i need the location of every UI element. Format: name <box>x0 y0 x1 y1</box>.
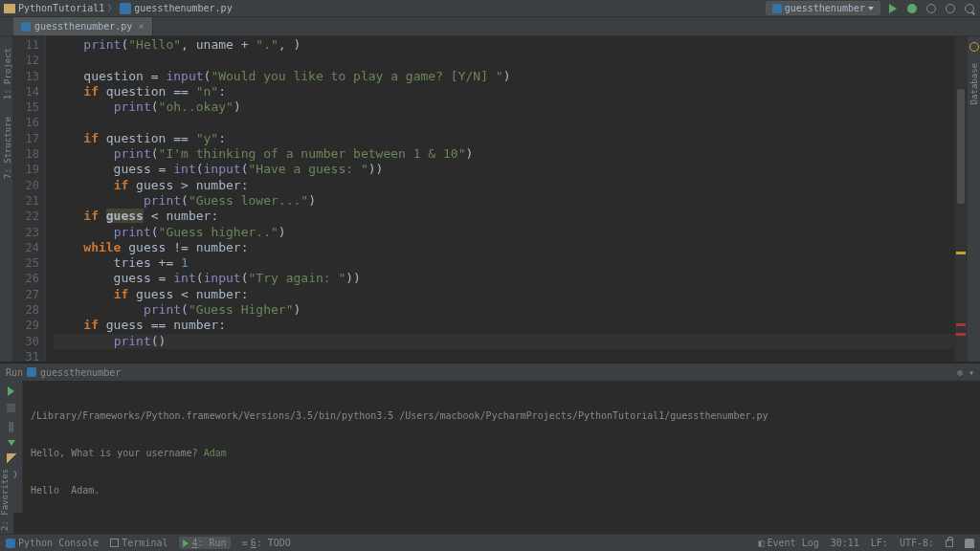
code-line[interactable]: if guess < number: <box>54 287 955 302</box>
hector-icon[interactable] <box>965 539 974 548</box>
line-gutter: 1112131415161718192021222324252627282930… <box>13 36 46 362</box>
tab-label: guessthenumber.py <box>34 21 132 32</box>
code-line[interactable] <box>54 53 955 68</box>
output-path: /Library/Frameworks/Python.framework/Ver… <box>31 409 972 422</box>
run-tool-window: Run guessthenumber ✻ ▾ ‖ × ? /Library/Fr… <box>0 362 980 513</box>
breadcrumb-project[interactable]: PythonTutorial1 <box>18 3 104 13</box>
tool-project[interactable]: 1: Project <box>0 44 12 103</box>
python-file-icon <box>21 22 31 32</box>
edit-button[interactable] <box>5 453 18 463</box>
run-button[interactable] <box>886 2 900 15</box>
run-header-title: Run <box>6 367 23 378</box>
editor-tabs: guessthenumber.py × <box>0 17 980 36</box>
code-line[interactable]: print("Guess lower...") <box>54 193 955 209</box>
line-number: 27 <box>13 287 39 302</box>
line-number: 25 <box>13 255 39 271</box>
code-area[interactable]: print("Hello", uname + ".", ) question =… <box>46 36 955 362</box>
line-number: 19 <box>13 162 39 177</box>
code-line[interactable]: if guess == number: <box>54 318 955 333</box>
line-number: 20 <box>13 178 39 193</box>
pencil-icon <box>7 453 16 463</box>
python-file-icon <box>120 3 131 14</box>
line-number: 28 <box>13 302 39 318</box>
code-line[interactable]: print("I'm thinking of a number between … <box>54 146 955 162</box>
run-config-label: guessthenumber <box>785 3 865 13</box>
code-line[interactable]: question = input("Would you like to play… <box>54 69 955 84</box>
line-number: 31 <box>13 349 39 364</box>
code-line[interactable]: print("Guess higher..") <box>54 225 955 240</box>
right-tool-strip: Database <box>967 36 980 362</box>
debug-button[interactable] <box>905 2 919 15</box>
line-number: 23 <box>13 225 39 240</box>
vcs-button[interactable] <box>944 2 957 15</box>
line-number: 21 <box>13 193 39 209</box>
tool-terminal[interactable]: Terminal <box>110 538 167 548</box>
warning-marker[interactable] <box>956 252 966 254</box>
stop-icon <box>7 404 15 412</box>
vcs-icon <box>946 4 955 13</box>
rerun-button[interactable] <box>5 386 18 396</box>
line-number: 30 <box>13 334 39 349</box>
code-line[interactable]: tries += 1 <box>54 255 955 271</box>
run-console-output[interactable]: /Library/Frameworks/Python.framework/Ver… <box>23 381 980 513</box>
folder-icon <box>4 4 15 13</box>
tab-guessthenumber[interactable]: guessthenumber.py × <box>13 17 153 35</box>
code-line[interactable] <box>54 115 955 130</box>
code-line[interactable]: while guess != number: <box>54 240 955 255</box>
code-line[interactable]: print("Guess Higher") <box>54 302 955 318</box>
code-line[interactable]: guess = int(input("Try again: ")) <box>54 271 955 286</box>
down-button[interactable] <box>5 440 18 446</box>
status-bar: Python Console Terminal 44: Run: Run ≡ 6… <box>0 534 980 551</box>
run-config-selector[interactable]: guessthenumber <box>766 1 880 15</box>
line-number: 16 <box>13 115 39 130</box>
stop-button[interactable] <box>5 404 18 412</box>
line-separator[interactable]: LF: <box>871 538 888 548</box>
code-line[interactable]: if question == "n": <box>54 84 955 99</box>
down-icon <box>8 440 15 446</box>
event-log[interactable]: ◧ Event Log <box>758 538 818 548</box>
code-line[interactable]: print() <box>54 334 955 349</box>
file-encoding[interactable]: UTF-8: <box>900 538 934 548</box>
editor-scrollbar[interactable] <box>955 36 967 362</box>
stop-icon <box>926 4 936 13</box>
close-icon[interactable]: × <box>138 20 145 33</box>
tool-database[interactable]: Database <box>969 59 979 108</box>
code-line[interactable] <box>54 349 955 364</box>
play-icon <box>8 386 14 396</box>
tool-favorites[interactable]: 2: Favorites <box>0 466 10 534</box>
scrollbar-thumb[interactable] <box>957 89 965 204</box>
search-icon <box>965 4 974 13</box>
error-marker[interactable] <box>956 333 966 336</box>
line-number: 22 <box>13 209 39 224</box>
inspection-icon[interactable] <box>969 42 979 52</box>
play-icon <box>183 540 189 547</box>
code-line[interactable]: if guess > number: <box>54 178 955 193</box>
error-marker[interactable] <box>956 323 966 326</box>
code-line[interactable]: print("oh..okay") <box>54 99 955 115</box>
line-number: 24 <box>13 240 39 255</box>
terminal-icon <box>110 539 119 547</box>
tool-structure[interactable]: 7: Structure <box>0 113 12 183</box>
code-line[interactable]: print("Hello", uname + ".", ) <box>54 37 955 53</box>
settings-icon[interactable]: ✻ ▾ <box>957 367 974 378</box>
output-line: Hello Adam. <box>31 484 972 496</box>
code-line[interactable]: if guess < number: <box>54 209 955 224</box>
cursor-position: 30:11 <box>831 538 859 548</box>
search-everywhere-button[interactable] <box>963 2 976 15</box>
tool-todo[interactable]: ≡ 6: TODO <box>242 538 291 548</box>
navigation-bar: PythonTutorial1 〉 guessthenumber.py gues… <box>0 0 980 17</box>
pause-button[interactable]: ‖ <box>5 420 18 432</box>
tool-run[interactable]: 44: Run: Run <box>179 537 230 549</box>
code-line[interactable]: guess = int(input("Have a guess: ")) <box>54 162 955 177</box>
tool-python-console[interactable]: Python Console <box>6 538 99 548</box>
code-editor[interactable]: 1112131415161718192021222324252627282930… <box>13 36 967 362</box>
line-number: 14 <box>13 84 39 99</box>
stop-button[interactable] <box>924 2 938 15</box>
lock-icon[interactable] <box>946 540 953 547</box>
play-icon <box>889 4 897 13</box>
breadcrumb-file[interactable]: guessthenumber.py <box>134 3 232 13</box>
line-number: 29 <box>13 318 39 333</box>
python-file-icon <box>27 367 36 377</box>
code-line[interactable]: if question == "y": <box>54 131 955 146</box>
output-line: Hello, What is your username? <box>31 448 204 458</box>
